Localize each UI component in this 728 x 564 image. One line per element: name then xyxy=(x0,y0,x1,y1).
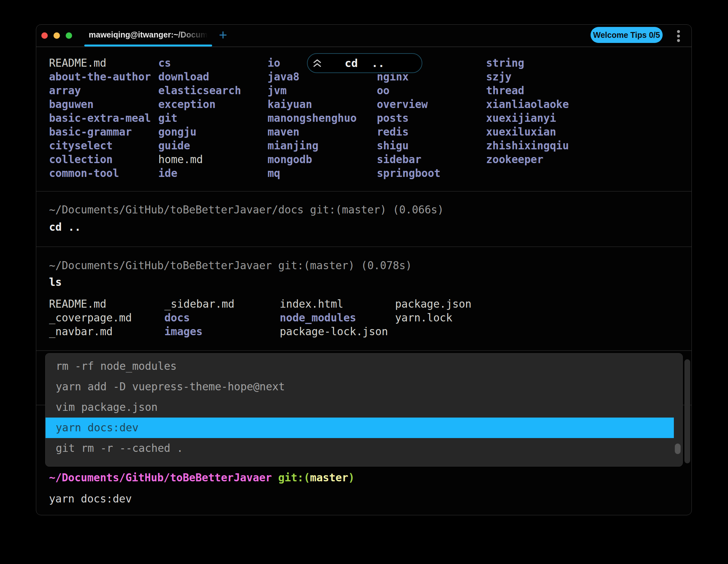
block-path-line: ~/Documents/GitHub/toBeBetterJavaer git:… xyxy=(49,259,412,272)
history-item[interactable]: yarn add -D vuepress-theme-hope@next xyxy=(45,377,683,397)
terminal-window: maweiqing@itwanger:~/Docum + Welcome Tip… xyxy=(36,24,692,515)
directory-name: array xyxy=(49,84,158,97)
listing-column: iojava8jvmkaiyuanmanongshenghuomavenmian… xyxy=(268,56,377,180)
directory-name: mq xyxy=(268,166,377,180)
directory-name: exception xyxy=(158,97,268,111)
file-name: index.html xyxy=(280,297,395,311)
directory-name: guide xyxy=(158,139,268,153)
directory-name: overview xyxy=(377,97,486,111)
directory-name: gongju xyxy=(158,125,268,139)
file-name: README.md xyxy=(49,297,164,311)
directory-name: mianjing xyxy=(268,139,377,153)
directory-name: thread xyxy=(486,84,595,97)
directory-name: jvm xyxy=(268,84,377,97)
directory-name: git xyxy=(158,111,268,125)
prompt-git-close: ) xyxy=(348,471,355,484)
directory-name: maven xyxy=(268,125,377,139)
listing-column: csdownloadelasticsearchexceptiongitgongj… xyxy=(158,56,268,180)
history-item[interactable]: rm -rf node_modules xyxy=(45,356,683,377)
history-item-selected[interactable]: yarn docs:dev xyxy=(45,418,674,438)
listing-column: index.htmlnode_modulespackage-lock.json xyxy=(280,297,395,338)
sticky-command-label: cd .. xyxy=(322,57,422,70)
block-divider xyxy=(36,246,691,247)
directory-name: xuexijianyi xyxy=(486,111,595,125)
directory-name: cityselect xyxy=(49,139,158,153)
file-name: _coverpage.md xyxy=(49,311,164,325)
directory-name: posts xyxy=(377,111,486,125)
directory-name: szjy xyxy=(486,70,595,84)
directory-name: about-the-author xyxy=(49,70,158,84)
directory-listing-root: README.md_coverpage.md_navbar.md_sidebar… xyxy=(49,297,510,338)
titlebar: maweiqing@itwanger:~/Docum + Welcome Tip… xyxy=(36,25,691,47)
file-name: package.json xyxy=(395,297,510,311)
new-tab-button[interactable]: + xyxy=(216,25,230,46)
file-name: home.md xyxy=(158,153,268,166)
kebab-dot-icon xyxy=(677,30,680,33)
close-button[interactable] xyxy=(41,32,48,39)
listing-column: nginxoooverviewpostsredisshigusidebarspr… xyxy=(377,56,486,180)
kebab-dot-icon xyxy=(677,39,680,42)
listing-column: _sidebar.mddocsimages xyxy=(164,297,280,338)
directory-name: node_modules xyxy=(280,311,395,325)
file-name: yarn.lock xyxy=(395,311,510,325)
prompt-git-branch: master xyxy=(310,471,348,484)
sticky-command-pill[interactable]: cd .. xyxy=(307,53,422,73)
directory-name: oo xyxy=(377,84,486,97)
listing-column: package.jsonyarn.lock xyxy=(395,297,510,338)
command-history-menu: rm -rf node_modulesyarn add -D vuepress-… xyxy=(45,353,683,467)
directory-name: collection xyxy=(49,153,158,166)
directory-name: ide xyxy=(158,166,268,180)
file-name: README.md xyxy=(49,56,158,70)
zoom-button[interactable] xyxy=(66,32,72,39)
block-divider xyxy=(36,191,691,192)
directory-name: sidebar xyxy=(377,153,486,166)
directory-name: springboot xyxy=(377,166,486,180)
directory-name: basic-grammar xyxy=(49,125,158,139)
overflow-menu-button[interactable] xyxy=(674,29,683,44)
directory-name: redis xyxy=(377,125,486,139)
tab-terminal[interactable]: maweiqing@itwanger:~/Docum xyxy=(84,25,212,45)
directory-name: zookeeper xyxy=(486,153,595,166)
listing-column: README.mdabout-the-authorarraybaguwenbas… xyxy=(49,56,158,180)
prompt-git-open: git:( xyxy=(272,471,310,484)
listing-column: stringszjythreadxianliaolaokexuexijianyi… xyxy=(486,56,595,180)
window-scrollbar-thumb[interactable] xyxy=(684,359,690,463)
welcome-tips-button[interactable]: Welcome Tips 0/5 xyxy=(591,27,663,43)
history-item[interactable]: vim package.json xyxy=(45,397,683,418)
active-tab-indicator xyxy=(84,45,212,46)
directory-name: common-tool xyxy=(49,166,158,180)
directory-name: xuexiluxian xyxy=(486,125,595,139)
directory-name: download xyxy=(158,70,268,84)
directory-name: shigu xyxy=(377,139,486,153)
file-name: package-lock.json xyxy=(280,325,395,338)
directory-listing-docs: README.mdabout-the-authorarraybaguwenbas… xyxy=(49,56,595,180)
double-chevron-up-icon xyxy=(313,58,322,68)
directory-name: elasticsearch xyxy=(158,84,268,97)
directory-name: images xyxy=(164,325,280,338)
directory-name: kaiyuan xyxy=(268,97,377,111)
directory-name: cs xyxy=(158,56,268,70)
listing-column: README.md_coverpage.md_navbar.md xyxy=(49,297,164,338)
prompt-path: ~/Documents/GitHub/toBeBetterJavaer xyxy=(49,471,272,484)
directory-name: baguwen xyxy=(49,97,158,111)
directory-name: docs xyxy=(164,311,280,325)
block-path-line: ~/Documents/GitHub/toBeBetterJavaer/docs… xyxy=(49,203,444,217)
minimize-button[interactable] xyxy=(54,32,60,39)
history-item[interactable]: git rm -r --cached . xyxy=(45,438,683,459)
terminal-input[interactable]: yarn docs:dev xyxy=(49,492,132,506)
directory-name: zhishixingqiu xyxy=(486,139,595,153)
directory-name: string xyxy=(486,56,595,70)
directory-name: xianliaolaoke xyxy=(486,97,595,111)
block-command: ls xyxy=(49,275,62,289)
prompt-line: ~/Documents/GitHub/toBeBetterJavaer git:… xyxy=(49,471,355,485)
kebab-dot-icon xyxy=(677,35,680,37)
file-name: _sidebar.md xyxy=(164,297,280,311)
block-divider xyxy=(36,350,691,351)
menu-scrollbar-thumb[interactable] xyxy=(675,444,681,454)
file-name: _navbar.md xyxy=(49,325,164,338)
directory-name: mongodb xyxy=(268,153,377,166)
block-command: cd .. xyxy=(49,220,81,234)
directory-name: basic-extra-meal xyxy=(49,111,158,125)
directory-name: manongshenghuo xyxy=(268,111,377,125)
